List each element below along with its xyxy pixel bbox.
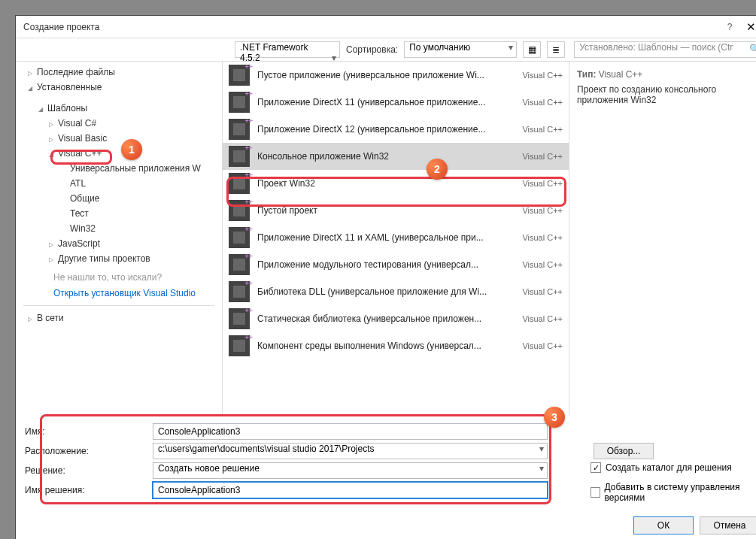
template-name: Приложение DirectX 12 (универсальное при… (257, 124, 516, 135)
location-label: Расположение: (25, 446, 153, 456)
template-item[interactable]: Библиотека DLL (универсальное приложение… (223, 278, 569, 305)
sidebar-vb[interactable]: Visual Basic (16, 131, 222, 146)
sidebar-templates[interactable]: Шаблоны (16, 101, 222, 116)
template-list: Пустое приложение (универсальное приложе… (223, 62, 569, 416)
solname-label: Имя решения: (25, 485, 153, 495)
close-button[interactable]: ✕ (739, 16, 756, 38)
create-dir-label: Создать каталог для решения (606, 462, 732, 473)
template-item[interactable]: Пустое приложение (универсальное приложе… (223, 62, 569, 89)
sidebar-recent[interactable]: Последние файлы (16, 65, 222, 80)
template-name: Приложение модульного тестирования (унив… (257, 259, 516, 270)
template-icon (229, 335, 250, 356)
search-placeholder: Установлено: Шаблоны — поиск (Ctr (579, 42, 733, 53)
template-name: Приложение DirectX 11 и XAML (универсаль… (257, 232, 516, 243)
template-name: Пустой проект (257, 205, 516, 216)
sidebar-installed[interactable]: Установленные (16, 80, 222, 95)
sort-select[interactable]: По умолчанию (404, 41, 517, 58)
sidebar-open-installer[interactable]: Открыть установщик Visual Studio (16, 285, 222, 301)
template-icon (229, 173, 250, 194)
template-name: Приложение DirectX 11 (универсальное при… (257, 97, 516, 107)
help-button[interactable]: ? (721, 22, 739, 32)
template-item[interactable]: Компонент среды выполнения Windows (унив… (223, 332, 569, 359)
template-icon (229, 281, 250, 302)
sidebar-cpp-common[interactable]: Общие (16, 191, 222, 206)
sidebar: Последние файлы Установленные Шаблоны Vi… (16, 62, 223, 416)
template-lang: Visual C++ (522, 287, 563, 296)
template-icon (229, 308, 250, 329)
create-dir-checkbox[interactable]: ✓ (591, 462, 601, 473)
template-name: Пустое приложение (универсальное приложе… (257, 70, 516, 80)
template-lang: Visual C++ (522, 260, 563, 269)
search-icon: 🔍 (749, 44, 756, 54)
template-icon (229, 65, 250, 86)
sidebar-cpp-win32[interactable]: Win32 (16, 221, 222, 236)
view-large-icon[interactable]: ▦ (523, 41, 541, 58)
template-item[interactable]: Приложение DirectX 11 и XAML (универсаль… (223, 224, 569, 251)
solution-select[interactable]: Создать новое решение (153, 462, 548, 479)
template-lang: Visual C++ (522, 152, 563, 161)
dialog-title: Создание проекта (23, 22, 721, 32)
template-icon (229, 119, 250, 140)
template-item[interactable]: Приложение DirectX 11 (универсальное при… (223, 89, 569, 116)
template-name: Проект Win32 (257, 178, 516, 189)
template-lang: Visual C++ (522, 179, 563, 188)
template-lang: Visual C++ (522, 314, 563, 323)
template-item[interactable]: Проект Win32Visual C++ (223, 170, 569, 197)
template-item[interactable]: Пустой проектVisual C++ (223, 197, 569, 224)
template-item[interactable]: Консольное приложение Win32Visual C++ (223, 143, 569, 170)
sidebar-not-found: Не нашли то, что искали? (16, 266, 222, 285)
template-lang: Visual C++ (522, 98, 563, 107)
template-item[interactable]: Приложение модульного тестирования (унив… (223, 251, 569, 278)
template-lang: Visual C++ (522, 233, 563, 242)
type-label: Тип: (577, 69, 597, 80)
location-select[interactable]: c:\users\gamer\documents\visual studio 2… (153, 443, 548, 459)
sidebar-other[interactable]: Другие типы проектов (16, 251, 222, 266)
solution-label: Решение: (25, 465, 153, 476)
sidebar-online[interactable]: В сети (16, 310, 222, 326)
sidebar-cpp-uwp[interactable]: Универсальные приложения W (16, 161, 222, 176)
ok-button[interactable]: ОК (633, 516, 694, 534)
add-source-label: Добавить в систему управления версиями (605, 482, 756, 503)
name-label: Имя: (25, 426, 153, 437)
info-panel: Тип: Visual C++ Проект по созданию консо… (569, 62, 756, 416)
template-icon (229, 227, 250, 248)
template-name: Библиотека DLL (универсальное приложение… (257, 286, 516, 297)
template-name: Статическая библиотека (универсальное пр… (257, 313, 516, 324)
solname-input[interactable] (153, 482, 548, 498)
browse-button[interactable]: Обзор... (594, 443, 654, 459)
view-list-icon[interactable]: ≣ (547, 41, 565, 58)
search-input[interactable]: Установлено: Шаблоны — поиск (Ctr 🔍 (574, 41, 756, 58)
sidebar-js[interactable]: JavaScript (16, 236, 222, 251)
template-lang: Visual C++ (522, 71, 563, 80)
name-input[interactable] (153, 423, 548, 440)
sidebar-cpp[interactable]: Visual C++ (16, 146, 222, 161)
sidebar-cpp-test[interactable]: Тест (16, 206, 222, 221)
template-name: Компонент среды выполнения Windows (унив… (257, 341, 516, 351)
cancel-button[interactable]: Отмена (700, 516, 756, 534)
template-lang: Visual C++ (522, 341, 563, 350)
template-icon (229, 254, 250, 275)
sidebar-cpp-atl[interactable]: ATL (16, 176, 222, 191)
template-lang: Visual C++ (522, 125, 563, 134)
template-item[interactable]: Статическая библиотека (универсальное пр… (223, 305, 569, 332)
template-icon (229, 92, 250, 113)
template-icon (229, 146, 250, 167)
template-description: Проект по созданию консольного приложени… (577, 84, 755, 105)
framework-select[interactable]: .NET Framework 4.5.2 (235, 41, 340, 58)
template-item[interactable]: Приложение DirectX 12 (универсальное при… (223, 116, 569, 143)
template-name: Консольное приложение Win32 (257, 151, 516, 162)
template-icon (229, 200, 250, 221)
template-lang: Visual C++ (522, 206, 563, 215)
sidebar-csharp[interactable]: Visual C# (16, 116, 222, 131)
type-value: Visual C++ (599, 69, 642, 80)
sort-label: Сортировка: (346, 44, 398, 55)
add-source-checkbox[interactable] (591, 487, 600, 498)
